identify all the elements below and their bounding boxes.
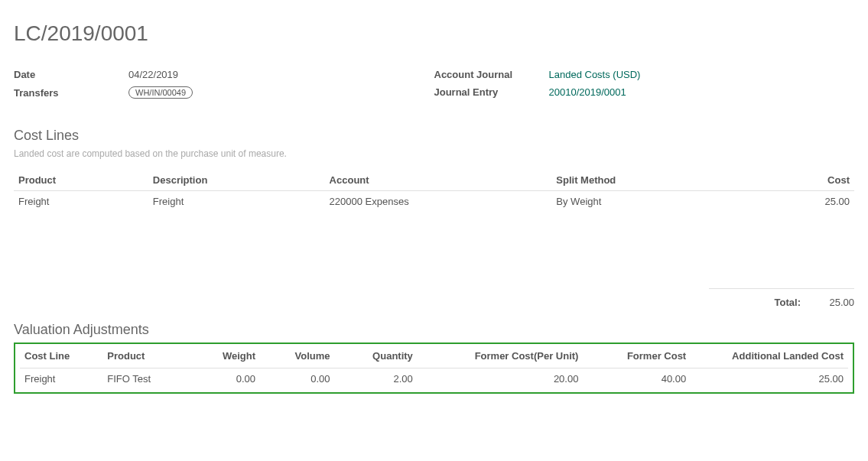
- cost-lines-title: Cost Lines: [14, 128, 854, 144]
- table-row[interactable]: Freight Freight 220000 Expenses By Weigh…: [14, 191, 854, 213]
- cell-volume: 0.00: [260, 368, 334, 388]
- info-col-right: Account Journal Landed Costs (USD) Journ…: [434, 69, 855, 105]
- date-label: Date: [14, 69, 128, 80]
- col-former-cost: Former Cost: [583, 347, 691, 368]
- transfers-value: WH/IN/00049: [128, 86, 193, 99]
- cell-cost-line: Freight: [20, 368, 102, 388]
- col-cost: Cost: [770, 170, 854, 191]
- date-value: 04/22/2019: [128, 69, 178, 80]
- cell-cost: 25.00: [770, 191, 854, 213]
- col-additional-landed-cost: Additional Landed Cost: [691, 347, 848, 368]
- cost-lines-table: Product Description Account Split Method…: [14, 170, 854, 212]
- col-product: Product: [14, 170, 148, 191]
- transfers-label: Transfers: [14, 87, 128, 99]
- total-value: 25.00: [816, 297, 854, 308]
- cell-weight: 0.00: [186, 368, 260, 388]
- valuation-table: Cost Line Product Weight Volume Quantity…: [20, 347, 848, 388]
- account-journal-row: Account Journal Landed Costs (USD): [434, 69, 855, 80]
- cell-additional-landed-cost: 25.00: [691, 368, 848, 388]
- col-cost-line: Cost Line: [20, 347, 102, 368]
- info-panel: Date 04/22/2019 Transfers WH/IN/00049 Ac…: [14, 69, 854, 105]
- col-former-cost-pu: Former Cost(Per Unit): [418, 347, 584, 368]
- account-journal-link[interactable]: Landed Costs (USD): [549, 69, 641, 80]
- col-va-product: Product: [102, 347, 185, 368]
- cell-quantity: 2.00: [335, 368, 418, 388]
- journal-entry-label: Journal Entry: [434, 86, 549, 98]
- page-title: LC/2019/0001: [14, 21, 854, 46]
- col-split-method: Split Method: [551, 170, 770, 191]
- transfer-tag[interactable]: WH/IN/00049: [128, 86, 193, 99]
- account-journal-label: Account Journal: [434, 69, 549, 80]
- total-label: Total:: [775, 297, 801, 308]
- valuation-title: Valuation Adjustments: [14, 322, 854, 338]
- col-weight: Weight: [186, 347, 260, 368]
- cell-former-cost-pu: 20.00: [418, 368, 584, 388]
- transfers-row: Transfers WH/IN/00049: [14, 86, 434, 99]
- cost-lines-header-row: Product Description Account Split Method…: [14, 170, 854, 191]
- journal-entry-link[interactable]: 20010/2019/0001: [549, 86, 626, 98]
- col-account: Account: [325, 170, 552, 191]
- cell-product: Freight: [14, 191, 148, 213]
- col-description: Description: [148, 170, 325, 191]
- valuation-highlight: Cost Line Product Weight Volume Quantity…: [14, 343, 854, 394]
- cell-former-cost: 40.00: [583, 368, 691, 388]
- cell-split-method: By Weight: [551, 191, 770, 213]
- journal-entry-row: Journal Entry 20010/2019/0001: [434, 86, 855, 98]
- journal-entry-value: 20010/2019/0001: [549, 86, 626, 98]
- date-row: Date 04/22/2019: [14, 69, 434, 80]
- cell-account: 220000 Expenses: [325, 191, 552, 213]
- cell-description: Freight: [148, 191, 325, 213]
- table-row[interactable]: Freight FIFO Test 0.00 0.00 2.00 20.00 4…: [20, 368, 848, 388]
- info-col-left: Date 04/22/2019 Transfers WH/IN/00049: [14, 69, 434, 105]
- col-quantity: Quantity: [335, 347, 418, 368]
- account-journal-value: Landed Costs (USD): [549, 69, 641, 80]
- col-volume: Volume: [260, 347, 334, 368]
- cell-va-product: FIFO Test: [102, 368, 185, 388]
- cost-lines-help: Landed cost are computed based on the pu…: [14, 148, 854, 159]
- valuation-header-row: Cost Line Product Weight Volume Quantity…: [20, 347, 848, 368]
- cost-lines-total: Total: 25.00: [709, 288, 854, 308]
